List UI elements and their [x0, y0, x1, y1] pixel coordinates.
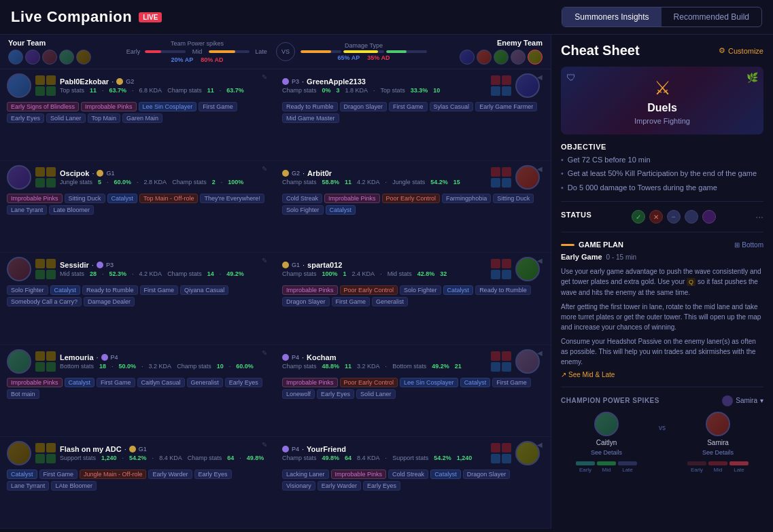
- ally-mid-col: Mid: [597, 461, 616, 473]
- tag-1-6: Late Bloomer: [49, 205, 94, 215]
- selector-champ: Samira: [736, 397, 757, 404]
- customize-button[interactable]: ⚙ Customize: [719, 46, 763, 55]
- tag-3-5: Early Eyes: [225, 378, 262, 387]
- status-check[interactable]: ✓: [632, 210, 645, 224]
- your-team-header: Your Team: [8, 39, 124, 65]
- enemy-early-bar: [687, 461, 706, 465]
- top-stats-label-4: Support stats: [392, 455, 428, 461]
- tags-row-2: Solo FighterCatalystReady to RumbleFirst…: [7, 285, 269, 306]
- more-options-button[interactable]: ···: [755, 211, 763, 222]
- your-avatar-1: [8, 50, 23, 65]
- tab-recommended[interactable]: Recommended Build: [662, 7, 761, 26]
- top-stats-label-0: Top stats: [381, 87, 405, 94]
- early-fill: [145, 50, 161, 53]
- customize-label: Customize: [728, 47, 763, 55]
- status-empty-2[interactable]: [702, 210, 716, 224]
- enemy-damage-row: 65% AP 35% AD: [338, 54, 390, 61]
- rank-icon-1: [282, 170, 289, 177]
- objective-section: Objective • Get 72 CS before 10 min • Ge…: [561, 143, 763, 193]
- ally-mid-bar: [597, 461, 616, 465]
- top-stats-label-2: Mid stats: [60, 270, 84, 277]
- objective-item-1: • Get 72 CS before 10 min: [561, 155, 763, 165]
- tag-4-2: Jungle Main - Off-role: [80, 469, 146, 479]
- enemy-avatar-3: [515, 349, 540, 374]
- tag-0-5: Mid Game Master: [282, 113, 339, 123]
- edit-icon-0[interactable]: ✎: [262, 73, 271, 83]
- cstat1-1: 54.2%: [430, 179, 448, 185]
- tag-3-2: Lee Sin Cosplayer: [400, 378, 458, 387]
- objective-list: • Get 72 CS before 10 min • Get at least…: [561, 155, 763, 193]
- edit-icon-1[interactable]: ✎: [262, 165, 271, 175]
- cstat1-2: 42.8%: [417, 270, 435, 277]
- teams-header: Your Team Team Power spikes Early: [0, 35, 551, 69]
- tag-1-2: Catalyst: [107, 194, 138, 203]
- champ-icons-2: [491, 259, 511, 279]
- tag-2-2: Solo Fighter: [400, 285, 441, 295]
- tag-3-5: Lonewolf: [282, 389, 315, 399]
- champ-stats-label-3: Champ stats: [177, 363, 211, 370]
- enemy-avatar-3: [494, 50, 509, 65]
- stat1-1: 58.8%: [322, 179, 340, 185]
- see-more-button[interactable]: ↗ See Mid & Late: [561, 371, 763, 378]
- tag-2-5: Dragon Slayer: [282, 297, 330, 306]
- late-label: Late: [252, 48, 271, 55]
- edit-icon-4[interactable]: ◀: [537, 441, 547, 450]
- champion-selector[interactable]: Samira ▾: [722, 395, 763, 406]
- status-minus[interactable]: −: [667, 210, 681, 224]
- enemy-player-row-4: ◀P4 · YourFriendChamp stats49.8%648.4 KD…: [275, 437, 551, 529]
- ability-icon: Q: [687, 278, 695, 286]
- edit-icon-2[interactable]: ✎: [262, 257, 271, 266]
- enemy-details-link[interactable]: See Details: [702, 449, 734, 456]
- plan-text-2: After getting the first tower in lane, r…: [561, 302, 763, 332]
- vs-circle: VS: [276, 42, 295, 61]
- tag-2-4: Qiyana Casual: [180, 285, 228, 295]
- nav-label: Bottom: [742, 241, 763, 249]
- player-name-row-3: Lemouria · P4: [60, 353, 269, 361]
- champ-stats-label-0: Champ stats: [282, 87, 317, 94]
- edit-icon-4[interactable]: ✎: [262, 441, 271, 450]
- champ-icons-0: [35, 75, 56, 96]
- stat3-4: 8.4 KDA: [159, 455, 182, 461]
- ally-portrait: Caitlyn See Details Early Mid: [561, 412, 652, 473]
- ally-details-link[interactable]: See Details: [591, 449, 622, 456]
- edit-icon-2[interactable]: ◀: [537, 257, 547, 266]
- player-rank-0: P3: [292, 78, 299, 85]
- player-top-3: P4 · KochamChamp stats48.8%113.2 KDA · B…: [282, 349, 544, 374]
- enemy-early-col: Early: [687, 461, 706, 473]
- tag-4-5: Lane Tyrrant: [7, 481, 49, 491]
- tag-0-3: Sylas Casual: [430, 102, 474, 111]
- tag-4-7: Early Eyes: [363, 481, 400, 491]
- edit-icon-0[interactable]: ◀: [537, 73, 547, 83]
- tab-summoners[interactable]: Summoners Insights: [562, 7, 661, 26]
- cstat1-4: 54.2%: [434, 455, 451, 461]
- mid-bar: [209, 50, 250, 53]
- enemy-avatar-1: [460, 50, 475, 65]
- top-stats-label-1: Jungle stats: [60, 179, 92, 185]
- edit-icon-3[interactable]: ◀: [537, 349, 547, 359]
- player-info-1: G2 · Arbit0rChamp stats58.8%114.2 KDA · …: [282, 169, 491, 185]
- your-power-bars: Early Mid Late: [124, 48, 271, 55]
- app-title: Live Companion: [11, 8, 132, 26]
- stat1-2: 100%: [322, 270, 338, 277]
- rank-icon-4: [129, 446, 136, 453]
- enemy-avatar-5: [528, 50, 543, 65]
- bullet-2: •: [561, 169, 564, 179]
- stat1-4: 1,240: [101, 455, 117, 461]
- cheat-sheet: Cheat Sheet ⚙ Customize 🛡 ⚔ Duels Improv…: [551, 35, 773, 529]
- game-plan-nav[interactable]: ⊞ Bottom: [734, 241, 763, 249]
- status-x[interactable]: ✕: [649, 210, 663, 224]
- cstat1-3: 10: [217, 363, 224, 370]
- player-rank-1: G1: [106, 170, 114, 177]
- edit-icon-1[interactable]: ◀: [537, 165, 547, 175]
- player-name-text-3: Kocham: [307, 353, 336, 361]
- champ-stats-label-4: Champ stats: [282, 455, 317, 461]
- plan-text-3: Consume your Headshot Passive on the ene…: [561, 336, 763, 367]
- enemy-late-fill: [386, 50, 407, 53]
- tag-3-1: Catalyst: [65, 378, 95, 387]
- tags-row-3: Improbable PinksPoor Early ControlLee Si…: [282, 378, 544, 399]
- tag-1-1: Improbable Pinks: [324, 194, 380, 203]
- enemy-mid-bar: [708, 461, 727, 465]
- power-spikes-title: CHAMPION POWER SPIKES: [561, 397, 659, 404]
- edit-icon-3[interactable]: ✎: [262, 349, 271, 359]
- status-empty-1[interactable]: [685, 210, 698, 224]
